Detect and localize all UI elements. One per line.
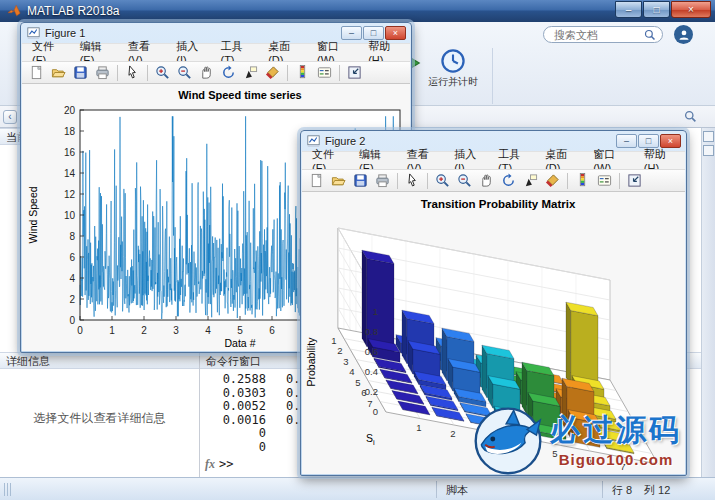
login-avatar-icon[interactable]: [674, 25, 693, 44]
open-button[interactable]: [48, 63, 69, 82]
panel-toggle-icon[interactable]: [703, 145, 714, 156]
brush-button[interactable]: [262, 63, 283, 82]
x-tick-label: 0: [77, 325, 83, 336]
x-tick-label: 3: [173, 325, 179, 336]
y-tick-label: 12: [64, 189, 76, 200]
watermark: 必过源码 Biguo100.com: [470, 400, 682, 478]
z-tick-label: 1: [373, 306, 378, 317]
search-icon: [644, 29, 656, 41]
minimize-button[interactable]: –: [615, 1, 642, 18]
zoom-out-icon: [177, 65, 192, 80]
toolbar-separator: [147, 65, 148, 81]
col-tick-label: 2: [450, 428, 455, 439]
chart-title: Transition Probability Matrix: [421, 198, 576, 210]
pan-button[interactable]: [476, 171, 497, 190]
zoom-out-icon: [457, 173, 472, 188]
pan-icon: [479, 173, 494, 188]
zoom-in-icon: [435, 173, 450, 188]
dock-icon: [347, 65, 362, 80]
close-button[interactable]: ×: [671, 1, 711, 18]
open-icon: [51, 65, 66, 80]
cursor-icon: [405, 173, 420, 188]
x-tick-label: 5: [237, 325, 243, 336]
folder-search-icon[interactable]: [684, 110, 697, 123]
x-axis-label: Data #: [225, 337, 256, 349]
colorbar-button[interactable]: [572, 171, 593, 190]
rotate-3d-button[interactable]: [218, 63, 239, 82]
toolbar-separator: [397, 173, 398, 189]
data-cursor-button[interactable]: [240, 63, 261, 82]
cursor-button[interactable]: [402, 171, 423, 190]
details-placeholder: 选择文件以查看详细信息: [0, 410, 199, 427]
save-button[interactable]: [350, 171, 371, 190]
y-tick-label: 14: [64, 168, 76, 179]
print-button[interactable]: [372, 171, 393, 190]
save-icon: [73, 65, 88, 80]
nav-back-button[interactable]: ‹: [3, 110, 17, 124]
row-tick-label: 1: [331, 335, 336, 346]
x-tick-label: 2: [141, 325, 147, 336]
y-tick-label: 18: [64, 126, 76, 137]
zoom-in-icon: [155, 65, 170, 80]
dock-button[interactable]: [344, 63, 365, 82]
brush-button[interactable]: [542, 171, 563, 190]
save-button[interactable]: [70, 63, 91, 82]
zoom-out-button[interactable]: [454, 171, 475, 190]
legend-button[interactable]: [594, 171, 615, 190]
z-axis-label: Probability: [305, 337, 317, 387]
y-tick-label: 6: [69, 252, 75, 263]
z-tick-label: 0.4: [365, 366, 378, 377]
z-tick-label: 0.2: [365, 386, 378, 397]
colorbar-button[interactable]: [292, 63, 313, 82]
new-icon: [309, 173, 324, 188]
open-button[interactable]: [328, 171, 349, 190]
col-tick-label: 1: [416, 422, 421, 433]
pan-button[interactable]: [196, 63, 217, 82]
print-icon: [95, 65, 110, 80]
dock-icon: [627, 173, 642, 188]
figure2-toolbar: [302, 169, 685, 192]
data-cursor-button[interactable]: [520, 171, 541, 190]
cursor-button[interactable]: [122, 63, 143, 82]
run-and-time-label[interactable]: 运行并计时: [426, 76, 480, 87]
print-button[interactable]: [92, 63, 113, 82]
legend-button[interactable]: [314, 63, 335, 82]
colorbar-icon: [575, 173, 590, 188]
figure1-menubar: 文件(F)编辑(E)查看(V)插入(I)工具(T)桌面(D)窗口(W)帮助(H): [22, 43, 410, 61]
watermark-domain: Biguo100.com: [559, 451, 674, 468]
row-tick-label: 7: [367, 398, 372, 409]
zoom-in-button[interactable]: [432, 171, 453, 190]
y-tick-label: 2: [69, 294, 75, 305]
toolbar-separator: [287, 65, 288, 81]
details-header[interactable]: 详细信息: [0, 352, 199, 369]
fx-icon: fx: [205, 457, 215, 471]
legend-icon: [317, 65, 332, 80]
line-status: 行 8: [612, 483, 632, 498]
row-tick-label: 2: [337, 345, 342, 356]
x-axis-label: Si: [366, 432, 375, 447]
new-button[interactable]: [26, 63, 47, 82]
x-tick-label: 1: [109, 325, 115, 336]
column-status: 列 12: [644, 483, 670, 498]
new-button[interactable]: [306, 171, 327, 190]
doc-search-box[interactable]: [543, 26, 663, 43]
y-axis-label: Wind Speed: [27, 186, 39, 243]
maximize-button[interactable]: □: [643, 1, 670, 18]
zoom-in-button[interactable]: [152, 63, 173, 82]
row-tick-label: 3: [343, 356, 348, 367]
panel-toggle-icon[interactable]: [703, 131, 714, 142]
zoom-out-button[interactable]: [174, 63, 195, 82]
chart-title: Wind Speed time series: [178, 89, 301, 101]
brush-icon: [265, 65, 280, 80]
dock-button[interactable]: [624, 171, 645, 190]
run-and-time-icon[interactable]: [440, 48, 466, 74]
search-input[interactable]: [552, 28, 644, 42]
watermark-text: 必过源码: [550, 410, 682, 451]
main-titlebar: MATLAB R2018a – □ ×: [0, 0, 715, 22]
pan-icon: [199, 65, 214, 80]
prompt-chevrons: >>: [219, 457, 233, 471]
toolbar-separator: [339, 65, 340, 81]
figure2-menubar: 文件(F)编辑(E)查看(V)插入(I)工具(T)桌面(D)窗口(W)帮助(H): [302, 151, 685, 169]
y-tick-label: 4: [69, 273, 75, 284]
rotate-3d-button[interactable]: [498, 171, 519, 190]
